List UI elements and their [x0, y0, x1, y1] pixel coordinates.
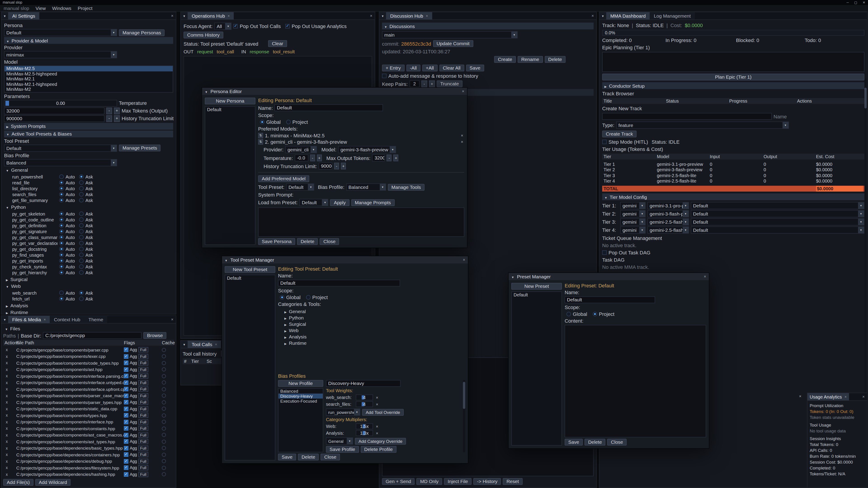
scope-global-radio[interactable]: [566, 312, 571, 316]
tab-list-icon[interactable]: [599, 12, 606, 20]
agg-checkbox[interactable]: [124, 466, 128, 470]
chevron-down-icon[interactable]: [639, 202, 645, 209]
tier-provider-select[interactable]: gemini: [620, 218, 646, 225]
ask-radio[interactable]: [79, 235, 84, 239]
discussion-action-button[interactable]: Reset: [503, 478, 523, 485]
pe-temp-input[interactable]: -0.0: [295, 155, 308, 161]
ask-radio[interactable]: [79, 180, 84, 185]
ask-radio[interactable]: [79, 247, 84, 251]
persona-select[interactable]: Default: [4, 29, 117, 36]
close-button[interactable]: Close: [320, 238, 339, 245]
discussion-action-button[interactable]: Inject File: [444, 478, 471, 485]
auto-radio[interactable]: [59, 186, 64, 191]
model-option[interactable]: MiniMax-M2.1: [4, 76, 173, 82]
ask-radio[interactable]: [79, 253, 84, 257]
chevron-down-icon[interactable]: [639, 227, 645, 233]
persona-list-item[interactable]: Default: [205, 107, 255, 113]
auto-radio[interactable]: [59, 223, 64, 228]
model-option[interactable]: MiniMax-M2.1-highspeed: [4, 82, 173, 87]
chevron-down-icon[interactable]: [858, 219, 864, 225]
chevron-down-icon[interactable]: [111, 145, 117, 151]
tab-close-icon[interactable]: [426, 14, 428, 18]
tab-usage-analytics[interactable]: Usage Analytics: [807, 393, 849, 400]
comms-history-button[interactable]: Comms History: [184, 32, 223, 38]
bias-profile-item[interactable]: Discovery-Heavy: [278, 394, 323, 398]
add-wildcard-button[interactable]: Add Wildcard: [35, 479, 71, 486]
full-toggle[interactable]: Full: [138, 426, 148, 431]
preset-name-input[interactable]: Default: [565, 296, 655, 303]
pe-hist-input[interactable]: 900000: [319, 163, 332, 169]
keep-pairs-input[interactable]: 2: [410, 80, 420, 87]
ask-radio[interactable]: [79, 296, 84, 301]
auto-radio[interactable]: [59, 229, 64, 234]
provider-model-header[interactable]: Provider & Model: [4, 37, 173, 44]
chevron-down-icon[interactable]: [347, 438, 352, 444]
agg-checkbox[interactable]: [124, 440, 128, 444]
full-toggle[interactable]: Full: [138, 354, 148, 359]
full-toggle[interactable]: Full: [138, 419, 148, 425]
auto-radio[interactable]: [59, 253, 64, 257]
tab-list-icon[interactable]: [1, 316, 8, 323]
chevron-down-icon[interactable]: [225, 23, 231, 29]
chevron-down-icon[interactable]: [111, 52, 117, 58]
chevron-down-icon[interactable]: [858, 202, 864, 209]
system-prompt-textarea[interactable]: [258, 207, 464, 237]
full-toggle[interactable]: Full: [138, 387, 148, 392]
entry-button[interactable]: Clear All: [439, 65, 464, 71]
full-toggle[interactable]: Full: [138, 432, 148, 438]
scrollbar-thumb[interactable]: [463, 382, 465, 409]
agg-checkbox[interactable]: [124, 453, 128, 457]
agg-checkbox[interactable]: [124, 459, 128, 464]
auto-radio[interactable]: [59, 258, 64, 263]
save-tool-preset-button[interactable]: Save: [278, 454, 296, 460]
provider-select[interactable]: minimax: [4, 51, 117, 58]
ask-radio[interactable]: [79, 258, 84, 263]
ask-radio[interactable]: [79, 270, 84, 275]
bias-profile-item[interactable]: Balanced: [278, 389, 323, 394]
auto-radio[interactable]: [59, 247, 64, 251]
auto-radio[interactable]: [59, 291, 64, 295]
epic-planning-input[interactable]: [602, 52, 864, 72]
close-icon[interactable]: ✕: [863, 1, 865, 4]
remove-file-button[interactable]: x: [4, 407, 9, 411]
agg-checkbox[interactable]: [124, 394, 128, 398]
full-toggle[interactable]: Full: [138, 347, 148, 353]
chevron-down-icon[interactable]: [322, 199, 328, 205]
remove-file-button[interactable]: x: [4, 433, 9, 437]
panel-close-icon[interactable]: [589, 12, 596, 20]
delete-persona-button[interactable]: Delete: [297, 238, 318, 245]
agg-checkbox[interactable]: [124, 472, 128, 477]
increment-button[interactable]: +: [114, 115, 120, 122]
profile-name-input[interactable]: Discovery-Heavy: [326, 380, 401, 387]
auto-radio[interactable]: [59, 296, 64, 301]
ask-radio[interactable]: [79, 217, 84, 222]
system-prompts-header[interactable]: System Prompts: [4, 123, 173, 129]
menu-windows[interactable]: Windows: [52, 5, 71, 11]
model-option[interactable]: MiniMax-M2.5-highspeed: [4, 71, 173, 76]
tier-preset-select[interactable]: Default: [691, 210, 864, 217]
scope-project-radio[interactable]: [593, 312, 597, 316]
close-icon[interactable]: [704, 274, 706, 279]
full-toggle[interactable]: Full: [138, 465, 148, 470]
tab-close-icon[interactable]: [844, 395, 846, 399]
ask-radio[interactable]: [79, 192, 84, 197]
discussion-action-button[interactable]: -> History: [473, 478, 501, 485]
auto-radio[interactable]: [59, 235, 64, 239]
increment-button[interactable]: +: [429, 80, 435, 87]
remove-file-button[interactable]: x: [4, 420, 9, 424]
chevron-down-icon[interactable]: [390, 147, 396, 153]
full-toggle[interactable]: Full: [138, 400, 148, 405]
tier-model-config-header[interactable]: Tier Model Config: [602, 193, 864, 200]
agg-checkbox[interactable]: [124, 420, 128, 424]
remove-weight-icon[interactable]: ×: [375, 395, 379, 400]
remove-multiplier-icon[interactable]: ×: [375, 424, 379, 429]
add-files-button[interactable]: Add File(s): [3, 479, 33, 486]
add-tool-override-button[interactable]: Add Tool Override: [362, 409, 404, 416]
collapse-icon[interactable]: [225, 257, 228, 263]
full-toggle[interactable]: Full: [138, 367, 148, 372]
chevron-down-icon[interactable]: [308, 184, 314, 190]
reorder-handle-icon[interactable]: ⇅: [258, 133, 263, 138]
auto-add-checkbox[interactable]: [382, 74, 386, 78]
category-node[interactable]: Python: [283, 315, 465, 320]
category-node[interactable]: Analysis: [283, 333, 465, 339]
